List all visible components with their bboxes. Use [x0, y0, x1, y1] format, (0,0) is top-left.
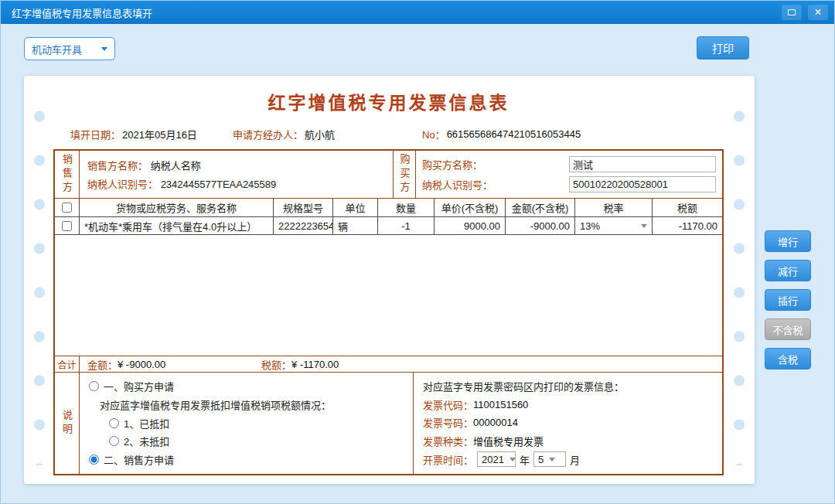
- add-row-button[interactable]: 增行: [765, 230, 811, 252]
- restore-button[interactable]: [782, 5, 802, 20]
- radio-buyer-apply-label: 一、购买方申请: [104, 379, 174, 393]
- invoice-table: 销售方 销售方名称： 纳税人名称 纳税人识别号： 2342445577TEAA2…: [53, 149, 724, 475]
- incl-tax-button[interactable]: 含税: [765, 348, 811, 369]
- item-unit[interactable]: 辆: [333, 217, 378, 234]
- radio-not-deducted-label: 2、未抵扣: [124, 434, 169, 448]
- item-price[interactable]: 9000.00: [435, 217, 506, 234]
- decor-dots-right: [733, 94, 745, 465]
- seller-name-value: 纳税人名称: [151, 160, 201, 172]
- issue-time-line: 开票时间： 2021 年 5 月: [423, 451, 722, 467]
- buyer-side-label: 购买方: [397, 154, 412, 196]
- chevron-down-icon: [641, 224, 647, 228]
- row-checkbox-cell: [55, 217, 80, 234]
- restore-icon: [788, 9, 796, 15]
- buyer-info: 购买方名称： 纳税人识别号：: [416, 151, 722, 198]
- invoice-no-value: 661565686474210516053445: [447, 128, 581, 140]
- year-value: 2021: [482, 454, 504, 465]
- radio-buyer-apply[interactable]: 一、购买方申请: [89, 379, 413, 393]
- radio-not-deducted-input[interactable]: [109, 436, 119, 446]
- chevron-down-icon: [510, 458, 516, 461]
- titlebar[interactable]: 红字增值税专用发票信息表填开 ×: [1, 1, 834, 24]
- col-header-tax: 税额: [653, 199, 722, 216]
- total-amount-group: 金额： ¥ -9000.00: [87, 357, 261, 372]
- insert-row-button[interactable]: 插行: [765, 289, 811, 311]
- excl-tax-button[interactable]: 不含税: [765, 318, 811, 340]
- radio-seller-apply-label: 二、销售方申请: [104, 452, 174, 467]
- seller-name-label: 销售方名称：: [87, 160, 148, 172]
- total-amount-label: 金额：: [87, 357, 118, 372]
- month-unit: 月: [570, 452, 580, 467]
- blue-invoice-info: 对应蓝字专用发票密码区内打印的发票信息： 发票代码： 1100151560 发票…: [414, 373, 722, 474]
- col-header-qty: 数量: [378, 199, 435, 216]
- window-title: 红字增值税专用发票信息表填开: [12, 5, 782, 20]
- app-window: 红字增值税专用发票信息表填开 × 机动车开具 打印 红字增值税专用发票信息表 填…: [0, 0, 835, 504]
- item-qty[interactable]: -1: [378, 217, 435, 234]
- seller-taxid-value: 2342445577TEAA245589: [161, 179, 277, 190]
- close-button[interactable]: ×: [808, 5, 828, 20]
- fill-date-label: 填开日期：: [70, 127, 121, 141]
- total-tax-label: 税额：: [261, 357, 291, 372]
- col-header-rate: 税率: [575, 199, 653, 216]
- buyer-name-input[interactable]: [569, 156, 716, 172]
- invoice-type-select[interactable]: 机动车开具: [24, 37, 115, 60]
- issue-time-label: 开票时间：: [423, 452, 473, 467]
- applicant-value: 航小航: [305, 127, 335, 141]
- invoice-number-value: 00000014: [473, 417, 518, 428]
- seller-name-line: 销售方名称： 纳税人名称: [87, 158, 385, 172]
- item-spec[interactable]: 2222223654: [274, 217, 333, 234]
- notes-side-label: 说明: [60, 410, 74, 438]
- remove-row-button[interactable]: 减行: [765, 260, 811, 281]
- row-checkbox[interactable]: [62, 221, 72, 231]
- select-all-checkbox[interactable]: [62, 203, 72, 213]
- buyer-name-label: 购买方名称：: [422, 157, 482, 172]
- print-button[interactable]: 打印: [697, 36, 749, 60]
- seller-info: 销售方名称： 纳税人名称 纳税人识别号： 2342445577TEAA24558…: [80, 151, 393, 198]
- invoice-card: 红字增值税专用发票信息表 填开日期： 2021年05月16日 申请方经办人： 航…: [24, 76, 755, 484]
- chevron-down-icon: [101, 47, 107, 51]
- invoice-type-value: 机动车开具: [32, 42, 82, 56]
- radio-deducted-input[interactable]: [109, 418, 119, 428]
- buyer-side-cell: 购买方: [393, 151, 416, 198]
- seller-taxid-label: 纳税人识别号：: [87, 179, 158, 190]
- fill-date-value: 2021年05月16日: [122, 127, 197, 141]
- side-button-column: 增行 减行 插行 不含税 含税: [765, 230, 811, 369]
- tax-rate-select[interactable]: 13%: [575, 217, 653, 234]
- invoice-number-label: 发票号码：: [423, 415, 473, 430]
- deduct-situation-text: 对应蓝字增值税专用发票抵扣增值税销项税额情况：: [100, 397, 413, 412]
- radio-seller-apply[interactable]: 二、销售方申请: [89, 452, 413, 467]
- item-tax[interactable]: -1170.00: [653, 217, 722, 234]
- radio-deducted[interactable]: 1、已抵扣: [109, 416, 413, 431]
- items-header: 货物或应税劳务、服务名称 规格型号 单位 数量 单价(不含税) 金额(不含税) …: [55, 199, 722, 217]
- col-header-spec: 规格型号: [274, 199, 333, 216]
- content-area: 机动车开具 打印 红字增值税专用发票信息表 填开日期： 2021年05月16日 …: [1, 24, 834, 503]
- total-label: 合计: [55, 356, 80, 372]
- item-amount[interactable]: -9000.00: [506, 217, 575, 234]
- parties-section: 销售方 销售方名称： 纳税人名称 纳税人识别号： 2342445577TEAA2…: [55, 151, 722, 199]
- item-row: *机动车*乘用车（排气量在4.0升以上） 2222223654 辆 -1 900…: [55, 217, 722, 235]
- month-value: 5: [538, 454, 544, 465]
- buyer-taxid-line: 纳税人识别号：: [422, 176, 716, 192]
- invoice-kind-label: 发票种类：: [423, 434, 473, 448]
- applicant-group: 申请方经办人： 航小航: [233, 127, 422, 141]
- invoice-number-line: 发票号码： 00000014: [423, 415, 722, 430]
- year-select[interactable]: 2021: [477, 451, 516, 467]
- radio-buyer-apply-input[interactable]: [89, 381, 99, 391]
- radio-seller-apply-input[interactable]: [89, 455, 99, 465]
- tax-rate-value: 13%: [580, 220, 600, 232]
- item-name[interactable]: *机动车*乘用车（排气量在4.0升以上）: [80, 217, 274, 234]
- col-header-amount: 金额(不含税): [506, 199, 575, 216]
- buyer-name-line: 购买方名称：: [422, 156, 716, 172]
- fill-date-group: 填开日期： 2021年05月16日: [70, 127, 233, 141]
- buyer-taxid-input[interactable]: [569, 176, 716, 192]
- invoice-kind-value: 增值税专用发票: [473, 434, 544, 448]
- select-all-cell: [55, 199, 80, 216]
- month-select[interactable]: 5: [533, 451, 566, 467]
- seller-taxid-line: 纳税人识别号： 2342445577TEAA245589: [87, 176, 385, 191]
- meta-row: 填开日期： 2021年05月16日 申请方经办人： 航小航 No： 661565…: [53, 127, 724, 141]
- items-empty-area: [55, 235, 722, 356]
- close-icon: ×: [814, 6, 821, 19]
- seller-side-cell: 销售方: [55, 151, 80, 198]
- radio-not-deducted[interactable]: 2、未抵扣: [109, 434, 413, 448]
- col-header-unit: 单位: [333, 199, 378, 216]
- invoice-no-group: No： 661565686474210516053445: [422, 127, 581, 141]
